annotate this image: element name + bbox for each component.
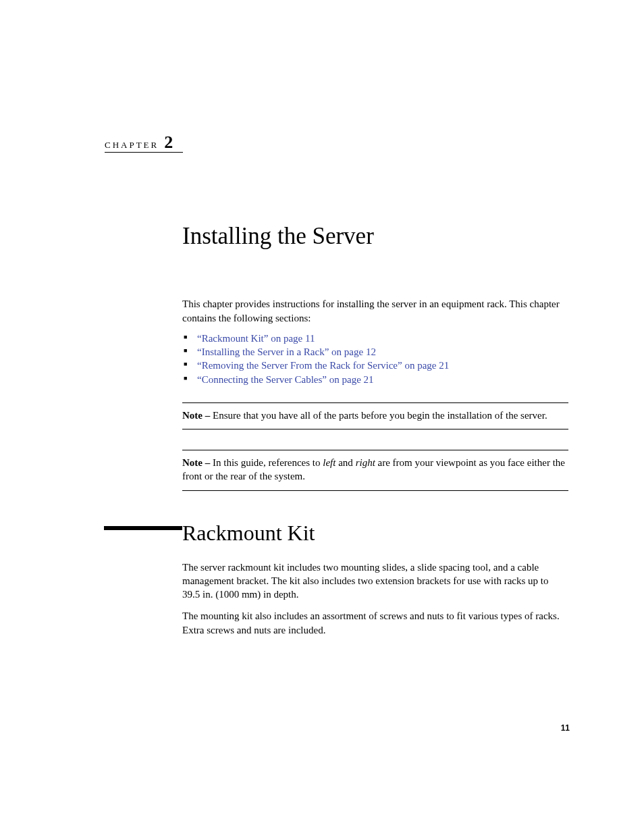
xref-link-installing-server-in-rack[interactable]: “Installing the Server in a Rack” on pag… <box>197 346 376 357</box>
section-paragraph: The server rackmount kit includes two mo… <box>182 561 568 602</box>
chapter-rule <box>105 152 183 153</box>
section-bar <box>104 526 182 530</box>
xref-link-removing-server[interactable]: “Removing the Server From the Rack for S… <box>197 360 449 371</box>
note-em-left: left <box>323 457 336 468</box>
section-title: Rackmount Kit <box>182 521 568 546</box>
page-number: 11 <box>561 723 570 733</box>
content-column: Installing the Server This chapter provi… <box>182 223 568 644</box>
xref-item: “Connecting the Server Cables” on page 2… <box>182 373 568 386</box>
chapter-heading: CHAPTER 2 <box>105 134 173 151</box>
intro-paragraph: This chapter provides instructions for i… <box>182 297 568 325</box>
xref-list: “Rackmount Kit” on page 11 “Installing t… <box>182 332 568 386</box>
note-label: Note – <box>182 457 213 468</box>
note-text-pre: In this guide, references to <box>213 457 323 468</box>
page-title: Installing the Server <box>182 223 568 250</box>
xref-link-connecting-cables[interactable]: “Connecting the Server Cables” on page 2… <box>197 374 374 385</box>
chapter-number: 2 <box>164 134 173 151</box>
chapter-label: CHAPTER <box>105 140 159 151</box>
note-label: Note – <box>182 410 213 421</box>
note-text: Ensure that you have all of the parts be… <box>213 410 547 421</box>
xref-item: “Removing the Server From the Rack for S… <box>182 359 568 372</box>
section-paragraph: The mounting kit also includes an assort… <box>182 609 568 637</box>
note-text-mid: and <box>336 457 355 468</box>
xref-item: “Rackmount Kit” on page 11 <box>182 332 568 345</box>
note-parts: Note – Ensure that you have all of the p… <box>182 402 568 429</box>
page: CHAPTER 2 Installing the Server This cha… <box>0 0 644 834</box>
note-left-right: Note – In this guide, references to left… <box>182 450 568 491</box>
section-rackmount-kit: Rackmount Kit The server rackmount kit i… <box>182 521 568 637</box>
note-em-right: right <box>356 457 375 468</box>
xref-link-rackmount-kit[interactable]: “Rackmount Kit” on page 11 <box>197 333 315 344</box>
xref-item: “Installing the Server in a Rack” on pag… <box>182 345 568 359</box>
